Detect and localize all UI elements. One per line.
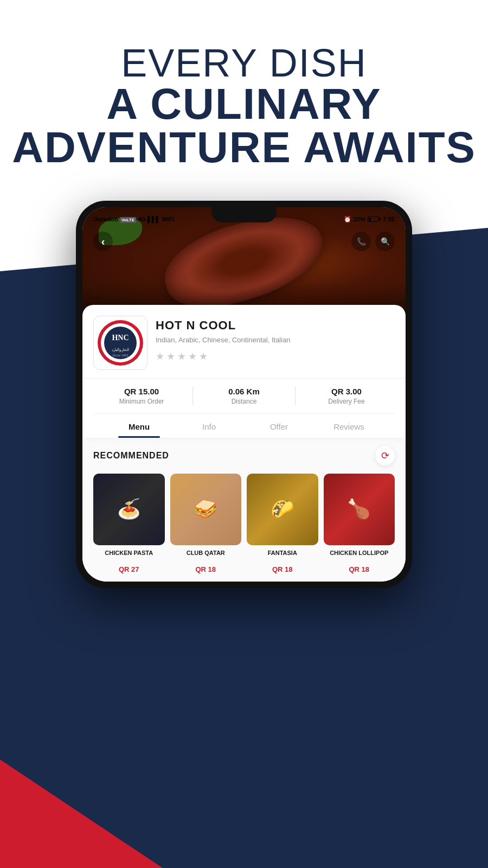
tab-offer[interactable]: Offer (244, 414, 314, 438)
chicken-pasta-price: QR 27 (93, 565, 165, 573)
phone-icon: 📞 (357, 237, 366, 246)
chicken-pasta-visual: 🍝 (93, 474, 165, 545)
chicken-pasta-emoji: 🍝 (117, 498, 141, 520)
distance-value: 0.06 Km (196, 387, 292, 396)
chicken-lollipop-visual: 🍗 (324, 474, 395, 545)
stat-divider-2 (295, 387, 296, 405)
battery-tip (379, 218, 381, 221)
hnc-logo-svg: HNC HOT N COOL الحار والبارد Since 1991 (96, 318, 145, 367)
fantasia-name: FANTASIA (247, 550, 318, 564)
menu-item-fantasia[interactable]: 🌮 FANTASIA QR 18 (247, 474, 318, 573)
chicken-pasta-name: CHICKEN PASTA (93, 550, 165, 564)
wifi-icon: WiFi (162, 216, 174, 222)
alarm-icon: ⏰ (344, 216, 351, 223)
menu-item-chicken-pasta[interactable]: 🍝 CHICKEN PASTA QR 27 (93, 474, 165, 573)
fantasia-visual: 🌮 (247, 474, 318, 545)
hero-nav-right: 📞 🔍 (351, 232, 395, 251)
chicken-lollipop-emoji: 🍗 (347, 498, 371, 520)
volte-badge: VoLTE (120, 217, 136, 223)
club-qatar-emoji: 🥪 (194, 498, 217, 520)
menu-item-chicken-lollipop[interactable]: 🍗 CHICKEN LOLLIPOP QR 18 (324, 474, 395, 573)
distance-stat: 0.06 Km Distance (196, 387, 292, 405)
phone-notch (211, 207, 277, 222)
restaurant-card: HNC HOT N COOL الحار والبارد Since 1991 (82, 305, 406, 438)
star-rating: ★ ★ ★ ★ ★ (156, 350, 395, 362)
svg-text:الحار والبارد: الحار والبارد (112, 348, 130, 352)
stats-row: QR 15.00 Minimum Order 0.06 Km Distance … (82, 378, 406, 413)
distance-label: Distance (196, 398, 292, 405)
hero-navigation: ‹ 📞 🔍 (82, 232, 406, 251)
delivery-fee-stat: QR 3.00 Delivery Fee (298, 387, 395, 405)
chicken-pasta-image: 🍝 (93, 474, 165, 545)
tab-menu[interactable]: Menu (104, 414, 174, 438)
section-title: RECOMMENDED (93, 451, 169, 461)
battery-percent: 22% (354, 216, 365, 222)
carrier-info: Ooredoo VoLTE 4G ▌▌▌ WiFi (93, 216, 174, 222)
hero-line1: EVERY DISH (0, 43, 488, 82)
section-header: RECOMMENDED ⟳ (93, 446, 395, 465)
menu-item-club-qatar[interactable]: 🥪 CLUB QATAR QR 18 (170, 474, 242, 573)
fantasia-emoji: 🌮 (271, 498, 294, 520)
chicken-lollipop-name: CHICKEN LOLLIPOP (324, 550, 395, 564)
menu-section: RECOMMENDED ⟳ 🍝 CHICKEN PASTA (82, 438, 406, 582)
star-5: ★ (199, 350, 208, 362)
restaurant-header: HNC HOT N COOL الحار والبارد Since 1991 (93, 316, 395, 370)
phone-mockup: Ooredoo VoLTE 4G ▌▌▌ WiFi ⏰ 22% 7:32 (76, 201, 412, 588)
min-order-value: QR 15.00 (93, 387, 190, 396)
tab-bar: Menu Info Offer Reviews (93, 413, 395, 438)
signal-4g: 4G (138, 216, 146, 222)
tab-reviews[interactable]: Reviews (314, 414, 384, 438)
club-qatar-image: 🥪 (170, 474, 242, 545)
refresh-button[interactable]: ⟳ (375, 446, 395, 465)
battery-fill (369, 218, 371, 221)
fantasia-image: 🌮 (247, 474, 318, 545)
phone-button[interactable]: 📞 (351, 232, 371, 251)
signal-bars-icon: ▌▌▌ (147, 216, 160, 222)
back-icon: ‹ (101, 235, 105, 248)
stat-divider-1 (192, 387, 193, 405)
min-order-stat: QR 15.00 Minimum Order (93, 387, 190, 405)
restaurant-name: HOT N COOL (156, 318, 395, 333)
hero-section: EVERY DISH A CULINARY ADVENTURE AWAITS (0, 43, 488, 169)
tab-info[interactable]: Info (174, 414, 244, 438)
club-qatar-price: QR 18 (170, 565, 242, 573)
restaurant-logo: HNC HOT N COOL الحار والبارد Since 1991 (93, 316, 147, 370)
restaurant-info: HOT N COOL Indian, Arabic, Chinese, Cont… (156, 316, 395, 362)
chicken-lollipop-image: 🍗 (324, 474, 395, 545)
svg-text:Since 1991: Since 1991 (112, 354, 129, 357)
back-button[interactable]: ‹ (93, 232, 113, 251)
star-3: ★ (177, 350, 186, 362)
hero-line3: ADVENTURE AWAITS (0, 126, 488, 169)
phone-frame: Ooredoo VoLTE 4G ▌▌▌ WiFi ⏰ 22% 7:32 (76, 201, 412, 588)
carrier-name: Ooredoo (93, 216, 118, 222)
time-display: 7:32 (383, 216, 395, 222)
search-icon: 🔍 (381, 237, 390, 246)
status-right: ⏰ 22% 7:32 (344, 216, 395, 223)
phone-screen: Ooredoo VoLTE 4G ▌▌▌ WiFi ⏰ 22% 7:32 (82, 207, 406, 582)
star-1: ★ (156, 350, 164, 362)
star-2: ★ (166, 350, 175, 362)
search-button[interactable]: 🔍 (375, 232, 395, 251)
club-qatar-visual: 🥪 (170, 474, 242, 545)
hero-line2: A CULINARY (0, 82, 488, 126)
fantasia-price: QR 18 (247, 565, 318, 573)
delivery-fee-value: QR 3.00 (298, 387, 395, 396)
min-order-label: Minimum Order (93, 398, 190, 405)
club-qatar-name: CLUB QATAR (170, 550, 242, 564)
refresh-icon-symbol: ⟳ (381, 450, 389, 462)
delivery-fee-label: Delivery Fee (298, 398, 395, 405)
battery-body (368, 216, 378, 222)
menu-items-grid: 🍝 CHICKEN PASTA QR 27 🥪 CLUB (93, 474, 395, 573)
star-4: ★ (188, 350, 197, 362)
battery-icon (368, 216, 381, 222)
chicken-lollipop-price: QR 18 (324, 565, 395, 573)
svg-text:HNC: HNC (112, 334, 129, 342)
restaurant-cuisine: Indian, Arabic, Chinese, Continental, It… (156, 335, 395, 345)
